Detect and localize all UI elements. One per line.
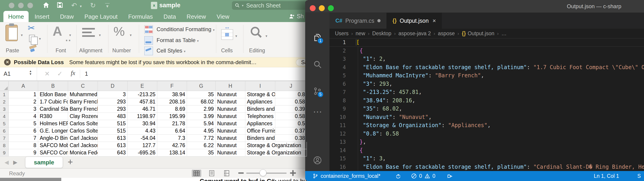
cell-F3[interactable]: 8.69: [157, 105, 187, 113]
cell-B3[interactable]: Cardinal Slan: [38, 105, 68, 113]
cell-A8[interactable]: 8: [8, 142, 38, 149]
row-header-2[interactable]: 2: [0, 98, 8, 105]
cell-G4[interactable]: 3.99: [187, 113, 216, 120]
cell-J1[interactable]: 0.8: [275, 91, 307, 98]
git-branch-item[interactable]: containerize_forms_local*: [312, 171, 380, 181]
code-line-6[interactable]: 6 "3": 293,: [330, 80, 644, 88]
cell-B4[interactable]: R380: [38, 113, 68, 120]
search-icon[interactable]: [313, 60, 322, 69]
cell-D4[interactable]: 483: [98, 113, 128, 120]
name-box-stepper[interactable]: ▲▼: [29, 70, 32, 76]
cell-B5[interactable]: Holmes HEPA: [38, 120, 68, 127]
cell-J7[interactable]: 0.38: [275, 135, 307, 142]
paste-button[interactable]: Paste: [2, 48, 23, 54]
cell-D5[interactable]: 515: [98, 120, 128, 127]
cell-D7[interactable]: 613: [98, 135, 128, 142]
column-header-F[interactable]: F: [157, 81, 187, 91]
code-line-7[interactable]: 7 "-213.25": 457.81,: [330, 88, 644, 96]
cell-H1[interactable]: Nunavut: [216, 91, 245, 98]
row-header-8[interactable]: 8: [0, 142, 8, 149]
copy-icon[interactable]: [29, 35, 35, 42]
minimize-traffic-light[interactable]: [18, 3, 24, 9]
column-header-C[interactable]: C: [68, 81, 98, 91]
close-traffic-light[interactable]: [8, 3, 14, 9]
cell-H5[interactable]: Nunavut: [216, 120, 245, 127]
code-line-4[interactable]: 4 "Eldon Base for stackable storage shel…: [330, 63, 644, 72]
cell-F4[interactable]: 195.99: [157, 113, 187, 120]
cell-H6[interactable]: Nunavut: [216, 127, 245, 135]
save-icon[interactable]: [56, 1, 64, 9]
column-header-A[interactable]: A: [8, 81, 38, 91]
format-as-table-icon[interactable]: [144, 36, 153, 45]
cell-C5[interactable]: Carlos Solter: [68, 120, 98, 127]
cell-I7[interactable]: Binders and: [245, 135, 275, 142]
breadcrumb-item-desktop[interactable]: Desktop: [372, 31, 391, 37]
paste-dropdown-icon[interactable]: ▾: [21, 33, 23, 37]
debug-icon[interactable]: [446, 171, 453, 181]
cell-D6[interactable]: 515: [98, 127, 128, 135]
font-group-button[interactable]: Font: [50, 48, 72, 54]
number-format-icon[interactable]: %: [114, 24, 125, 39]
row-header-3[interactable]: 3: [0, 105, 8, 113]
sync-icon[interactable]: [395, 171, 402, 181]
column-header-B[interactable]: B: [38, 81, 68, 91]
ribbon-tab-formulas[interactable]: Formulas: [124, 11, 158, 22]
cell-F5[interactable]: 21.78: [157, 120, 187, 127]
format-as-table-button[interactable]: Format as Table ▾: [156, 37, 199, 43]
redo-icon[interactable]: ↻: [90, 1, 96, 10]
tab-program-cs[interactable]: C# Program.cs: [330, 13, 387, 29]
cell-A3[interactable]: 3: [8, 105, 38, 113]
row-header-5[interactable]: 5: [0, 120, 8, 127]
cell-A7[interactable]: 7: [8, 135, 38, 142]
zoom-traffic-light[interactable]: [27, 3, 33, 9]
cell-E1[interactable]: -213.25: [128, 91, 157, 98]
code-line-1[interactable]: 1[: [330, 38, 644, 47]
more-views-icon[interactable]: ⋯: [313, 108, 322, 118]
row-header-9[interactable]: 9: [0, 149, 8, 156]
spreadsheet-grid[interactable]: 11Eldon Base foMuhammed3-213.2538.9435Nu…: [0, 91, 307, 156]
zoom-slider[interactable]: [246, 172, 286, 174]
cell-A1[interactable]: 1: [8, 91, 38, 98]
cell-C3[interactable]: Barry French: [68, 105, 98, 113]
code-line-11[interactable]: 11 "Storage & Organization": "Appliances…: [330, 121, 644, 130]
column-header-H[interactable]: H: [216, 81, 245, 91]
column-header-E[interactable]: E: [128, 81, 157, 91]
cell-H7[interactable]: Nunavut: [216, 135, 245, 142]
cell-I2[interactable]: Appliances: [245, 98, 275, 105]
cell-D1[interactable]: 3: [98, 91, 128, 98]
cell-C6[interactable]: Carlos Solter: [68, 127, 98, 135]
cell-J5[interactable]: 0.5: [275, 120, 307, 127]
cell-E9[interactable]: -695.26: [128, 149, 157, 156]
cell-H8[interactable]: Nunavut: [216, 142, 245, 149]
cell-F6[interactable]: 6.64: [157, 127, 187, 135]
fx-icon[interactable]: fx: [71, 70, 75, 77]
cell-E3[interactable]: 46.71: [128, 105, 157, 113]
cell-B1[interactable]: Eldon Base fo: [38, 91, 68, 98]
cell-I9[interactable]: Storage & Organization: [245, 149, 307, 156]
cancel-icon[interactable]: ✕: [44, 70, 50, 78]
page-layout-view-button[interactable]: [207, 170, 216, 177]
code-line-14[interactable]: 14 {: [330, 146, 644, 155]
cell-F7[interactable]: 7.3: [157, 135, 187, 142]
cell-F2[interactable]: 208.16: [157, 98, 187, 105]
undo-dropdown-icon[interactable]: ▾: [80, 4, 82, 9]
confirm-icon[interactable]: ✓: [57, 70, 62, 78]
code-line-2[interactable]: 2 {: [330, 47, 644, 55]
ribbon-tab-view[interactable]: View: [212, 11, 234, 22]
cell-C7[interactable]: Carl Jackson: [68, 135, 98, 142]
breadcrumb-item--[interactable]: …: [502, 31, 507, 37]
ribbon-tab-insert[interactable]: Insert: [30, 11, 54, 22]
cell-E5[interactable]: 30.94: [128, 120, 157, 127]
code-line-9[interactable]: 9 "35": 68.02,: [330, 105, 644, 113]
cell-A6[interactable]: 6: [8, 127, 38, 135]
account-icon[interactable]: [313, 155, 322, 165]
warning-close-icon[interactable]: ✕: [4, 59, 11, 66]
breadcrumb-item-aspose[interactable]: aspose: [438, 31, 455, 37]
zoom-in-button[interactable]: [290, 172, 296, 174]
close-traffic-light[interactable]: [310, 5, 316, 11]
cell-E4[interactable]: 1198.97: [128, 113, 157, 120]
cell-I4[interactable]: Telephones a: [245, 113, 275, 120]
cell-D2[interactable]: 293: [98, 98, 128, 105]
ribbon-tab-page-layout[interactable]: Page Layout: [80, 11, 122, 22]
home-icon[interactable]: [42, 1, 50, 9]
